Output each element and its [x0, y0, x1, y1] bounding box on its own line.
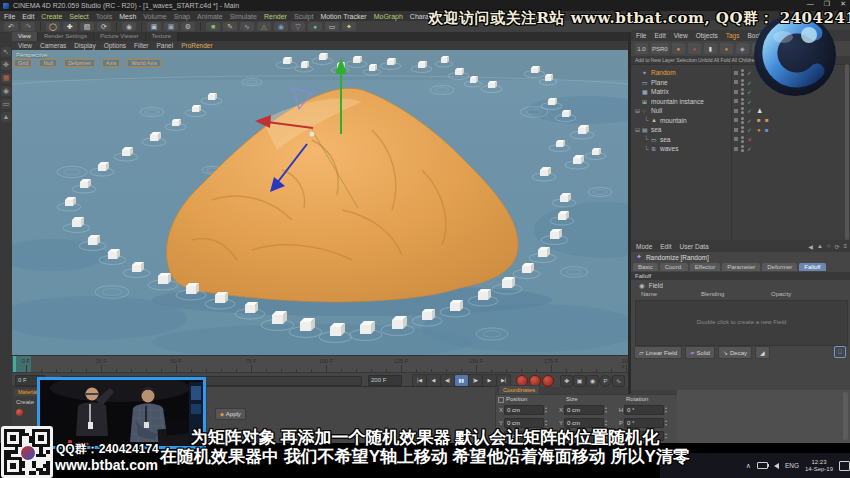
cube-icon[interactable]: ■ — [206, 22, 220, 31]
value-field[interactable]: 0 cm — [504, 405, 544, 415]
attr-tab-basic[interactable]: Basic — [633, 263, 658, 271]
tab-view[interactable]: View — [12, 32, 37, 41]
viewport-menu-view[interactable]: View — [18, 42, 32, 49]
edges-mode-icon[interactable]: ▭ — [1, 99, 11, 109]
viewport-menu-options[interactable]: Options — [104, 42, 126, 49]
attr-tab-falloff[interactable]: Falloff — [799, 263, 825, 271]
material-sphere-icon[interactable] — [16, 409, 23, 416]
material-create-menu[interactable]: Create — [16, 399, 34, 405]
visibility-dot-bottom[interactable] — [741, 102, 744, 105]
object-row-mountain-instance[interactable]: ⊞mountain instance✓ — [631, 97, 850, 107]
move-icon[interactable]: ✚ — [63, 22, 77, 31]
panel-lock-icon[interactable]: ◻ — [834, 346, 846, 358]
enabled-check-icon[interactable]: ✓ — [747, 145, 752, 152]
search-icon[interactable]: ○ — [827, 243, 831, 249]
mic-icon[interactable]: ▮ — [704, 43, 717, 54]
layer-color-chip[interactable] — [734, 118, 738, 122]
poly-chip-icon[interactable]: ◆ — [736, 43, 749, 54]
coord-checkbox[interactable] — [498, 397, 504, 403]
solid-button[interactable]: ▰Solid — [685, 346, 715, 359]
object-row-sea[interactable]: ⊟▤sea✓●■ — [631, 125, 850, 135]
decay-button[interactable]: ↘Decay — [718, 346, 752, 359]
pen-icon[interactable]: ✎ — [223, 22, 237, 31]
render-picture-icon[interactable]: ▣ — [164, 22, 178, 31]
rotate-icon[interactable]: ⟳ — [97, 22, 111, 31]
viewport-menu-cameras[interactable]: Cameras — [40, 42, 66, 49]
model-mode-icon[interactable]: ✥ — [1, 60, 11, 70]
psr-icon[interactable]: PSR0 — [651, 43, 669, 54]
visibility-dot-top[interactable] — [741, 136, 744, 139]
visibility-dot-bottom[interactable] — [741, 140, 744, 143]
enabled-check-icon[interactable]: ✓ — [747, 69, 752, 76]
expander-icon[interactable]: ⊟ — [635, 107, 642, 114]
enabled-check-icon[interactable]: ✓ — [747, 117, 752, 124]
om-menu-view[interactable]: View — [674, 32, 688, 39]
coordinates-tab[interactable]: Coordinates — [498, 385, 540, 394]
menu-mograph[interactable]: MoGraph — [374, 13, 403, 20]
object-row-mountain[interactable]: └▲mountain✓■■ — [631, 116, 850, 126]
redo-icon[interactable]: ↷ — [21, 22, 35, 31]
menu-motion-tracker[interactable]: Motion Tracker — [320, 13, 366, 20]
menu-file[interactable]: File — [4, 13, 15, 20]
visibility-dot-top[interactable] — [741, 107, 744, 110]
polygons-mode-icon[interactable]: ▲ — [1, 112, 11, 122]
menu-sculpt[interactable]: Sculpt — [294, 13, 313, 20]
om-menu-file[interactable]: File — [636, 32, 646, 39]
layer-color-chip[interactable] — [734, 128, 738, 132]
menu-create[interactable]: Create — [41, 13, 62, 20]
stepper-arrows[interactable]: ▴▾ — [665, 419, 667, 426]
material-sphere2-icon[interactable]: ● — [688, 43, 701, 54]
menu-snap[interactable]: Snap — [174, 13, 190, 20]
deformer-icon[interactable]: ▽ — [291, 22, 305, 31]
layer-color-chip[interactable] — [734, 80, 738, 84]
tab-texture[interactable]: Texture — [146, 32, 178, 41]
enabled-check-icon[interactable]: ✓ — [747, 126, 752, 133]
visibility-dot-top[interactable] — [741, 145, 744, 148]
attr-menu-edit[interactable]: Edit — [660, 243, 671, 250]
attr-tab-effector[interactable]: Effector — [690, 263, 721, 271]
back-icon[interactable]: ◀ — [808, 243, 813, 250]
layer-opacity-icon[interactable]: 1.0 — [635, 43, 648, 54]
stepper-arrows[interactable]: ▴▾ — [665, 406, 667, 413]
menu-select[interactable]: Select — [69, 13, 88, 20]
tab-picture-viewer[interactable]: Picture Viewer — [94, 32, 145, 41]
layer-color-chip[interactable] — [734, 90, 738, 94]
material-sphere-icon[interactable]: ● — [672, 43, 685, 54]
disabled-icon[interactable]: ✕ — [747, 136, 752, 143]
refresh-icon[interactable]: ⟳ — [834, 243, 839, 250]
expander-icon[interactable]: └ — [644, 136, 651, 142]
visibility-dot-top[interactable] — [741, 88, 744, 91]
layer-color-chip[interactable] — [734, 147, 738, 151]
menu-mesh[interactable]: Mesh — [119, 13, 136, 20]
enabled-check-icon[interactable]: ✓ — [747, 88, 752, 95]
enabled-check-icon[interactable]: ✓ — [747, 98, 752, 105]
viewport-menu-prorender[interactable]: ProRender — [181, 42, 212, 49]
visibility-dot-bottom[interactable] — [741, 92, 744, 95]
expander-icon[interactable]: └ — [644, 146, 651, 152]
menu-volume[interactable]: Volume — [143, 13, 166, 20]
om-menu-edit[interactable]: Edit — [654, 32, 665, 39]
visibility-dot-bottom[interactable] — [741, 149, 744, 152]
stepper-arrows[interactable]: ▴▾ — [545, 419, 547, 426]
viewport-3d[interactable]: Perspective GridNullDeformerAxisWorld Ax… — [12, 50, 628, 355]
viewport-menu-display[interactable]: Display — [74, 42, 95, 49]
field-icon[interactable]: ◉ — [274, 22, 288, 31]
stepper-arrows[interactable]: ▴▾ — [545, 406, 547, 413]
visibility-dot-bottom[interactable] — [741, 83, 744, 86]
menu-render[interactable]: Render — [264, 13, 287, 20]
playhead[interactable] — [13, 356, 16, 373]
viewport-menu-filter[interactable]: Filter — [134, 42, 148, 49]
attr-menu-mode[interactable]: Mode — [636, 243, 652, 250]
expander-icon[interactable]: └ — [644, 117, 651, 123]
layer-color-chip[interactable] — [734, 109, 738, 113]
undo-icon[interactable]: ↶ — [4, 22, 18, 31]
layer-color-chip[interactable] — [734, 99, 738, 103]
attr-tab-deformer[interactable]: Deformer — [762, 263, 797, 271]
funnel-button[interactable]: ◢ — [755, 346, 770, 359]
last-tool-icon[interactable]: ◉ — [122, 22, 136, 31]
menu-animate[interactable]: Animate — [197, 13, 223, 20]
scale-icon[interactable]: ▧ — [80, 22, 94, 31]
layer-color-chip[interactable] — [734, 137, 738, 141]
object-manager-scrollbar[interactable] — [845, 64, 849, 240]
list-icon[interactable]: ≡ — [843, 243, 847, 249]
